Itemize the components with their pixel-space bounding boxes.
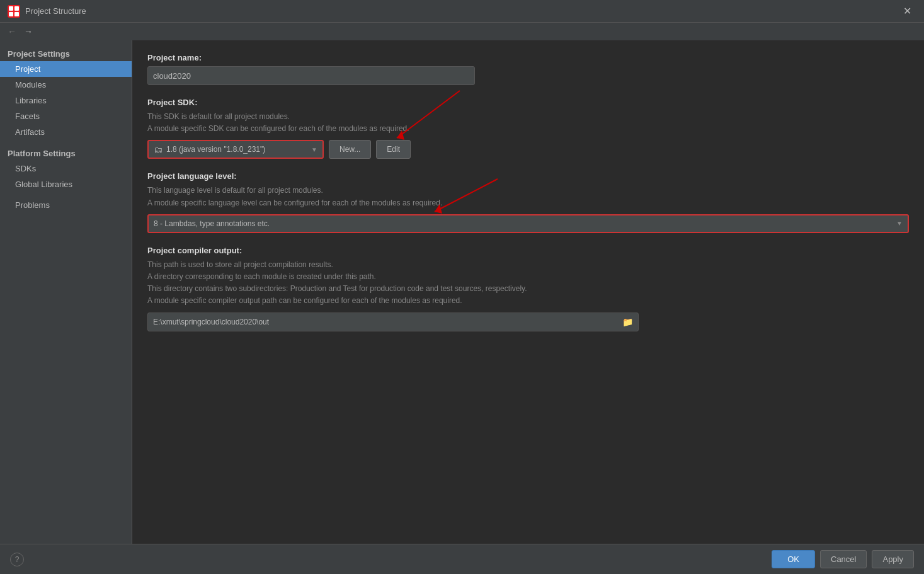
sidebar-item-modules-label: Modules <box>15 80 46 89</box>
title-bar-left: Project Structure <box>8 5 86 18</box>
compiler-output-path: E:\xmut\springcloud\cloud2020\out <box>153 318 620 326</box>
bottom-right: OK Cancel Apply <box>772 550 914 568</box>
sidebar-item-project[interactable]: Project <box>0 61 132 77</box>
content-area: Project name: Project SDK: This SDK is d… <box>132 40 924 544</box>
lang-dropdown-arrow: ▼ <box>896 220 903 227</box>
project-name-input[interactable] <box>147 66 475 85</box>
sidebar-item-problems-label: Problems <box>15 200 50 210</box>
project-compiler-output-desc: This path is used to store all project c… <box>147 259 909 307</box>
back-arrow[interactable]: ← <box>5 25 19 38</box>
main-layout: Project Settings Project Modules Librari… <box>0 40 924 544</box>
sdk-edit-button[interactable]: Edit <box>376 140 411 159</box>
svg-rect-1 <box>9 6 13 11</box>
close-button[interactable]: ✕ <box>898 3 916 20</box>
sdk-row: 🗂 1.8 (java version "1.8.0_231") ▼ New..… <box>147 140 909 159</box>
sidebar-item-sdks-label: SDKs <box>15 164 36 173</box>
sidebar-item-sdks[interactable]: SDKs <box>0 161 132 176</box>
svg-rect-3 <box>9 12 13 16</box>
forward-arrow[interactable]: → <box>21 25 35 38</box>
platform-settings-title: Platform Settings <box>0 145 132 161</box>
sidebar-item-modules[interactable]: Modules <box>0 77 132 93</box>
sdk-value: 1.8 (java version "1.8.0_231") <box>166 145 307 154</box>
sidebar-item-global-libraries-label: Global Libraries <box>15 180 72 189</box>
project-language-level-desc: This language level is default for all p… <box>147 185 909 209</box>
sidebar-item-artifacts-label: Artifacts <box>15 127 45 137</box>
compiler-output-row: E:\xmut\springcloud\cloud2020\out 📁 <box>147 313 639 331</box>
sidebar-item-problems[interactable]: Problems <box>0 197 132 213</box>
svg-rect-2 <box>14 6 19 11</box>
project-settings-title: Project Settings <box>0 45 132 61</box>
sidebar-item-artifacts[interactable]: Artifacts <box>0 124 132 140</box>
sdk-folder-icon: 🗂 <box>154 144 163 154</box>
sidebar: Project Settings Project Modules Librari… <box>0 40 132 544</box>
apply-button[interactable]: Apply <box>872 550 914 568</box>
project-compiler-output-section: Project compiler output: This path is us… <box>147 246 909 331</box>
bottom-bar: ? OK Cancel Apply <box>0 544 924 574</box>
project-sdk-title: Project SDK: <box>147 98 909 107</box>
app-icon <box>8 5 20 18</box>
sidebar-item-global-libraries[interactable]: Global Libraries <box>0 176 132 192</box>
sdk-dropdown[interactable]: 🗂 1.8 (java version "1.8.0_231") ▼ <box>147 140 324 159</box>
sidebar-item-project-label: Project <box>15 64 40 74</box>
help-button[interactable]: ? <box>10 553 24 566</box>
cancel-button[interactable]: Cancel <box>820 550 867 568</box>
sidebar-item-libraries[interactable]: Libraries <box>0 93 132 108</box>
sidebar-item-libraries-label: Libraries <box>15 96 47 105</box>
ok-button[interactable]: OK <box>772 550 815 568</box>
project-name-title: Project name: <box>147 53 909 62</box>
sidebar-item-facets-label: Facets <box>15 112 40 121</box>
svg-rect-4 <box>14 12 19 16</box>
sdk-new-button[interactable]: New... <box>329 140 371 159</box>
sdk-dropdown-arrow: ▼ <box>311 146 317 153</box>
project-compiler-output-title: Project compiler output: <box>147 246 909 255</box>
compiler-output-folder-button[interactable]: 📁 <box>622 317 633 327</box>
bottom-left: ? <box>10 553 24 566</box>
title-bar: Project Structure ✕ <box>0 0 924 23</box>
nav-arrows: ← → <box>0 23 924 40</box>
language-level-value: 8 - Lambdas, type annotations etc. <box>154 219 893 228</box>
sidebar-item-facets[interactable]: Facets <box>0 108 132 124</box>
project-language-level-section: Project language level: This language le… <box>147 171 909 232</box>
project-name-section: Project name: <box>147 53 909 85</box>
project-sdk-desc1: This SDK is default for all project modu… <box>147 111 909 135</box>
project-sdk-section: Project SDK: This SDK is default for all… <box>147 98 909 159</box>
language-level-dropdown[interactable]: 8 - Lambdas, type annotations etc. ▼ <box>147 214 909 233</box>
project-language-level-title: Project language level: <box>147 171 909 181</box>
dialog-title: Project Structure <box>25 6 86 16</box>
